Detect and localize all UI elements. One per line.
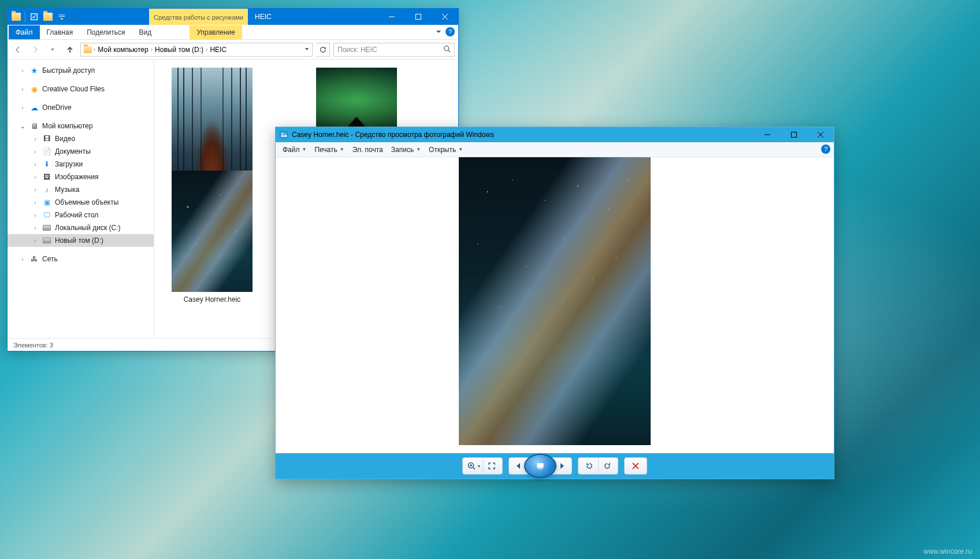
nav-onedrive[interactable]: ›☁OneDrive [8,101,154,114]
nav-network[interactable]: ›Сеть [8,253,154,265]
nav-disk-c[interactable]: ›Локальный диск (C:) [8,221,154,234]
chevron-down-icon: ▼ [477,464,481,468]
nav-group [508,457,572,475]
forward-button[interactable] [28,43,42,57]
nav-label: Новый том (D:) [55,236,103,245]
file-name: Casey Horner.heic [184,295,241,303]
tab-file[interactable]: Файл [9,25,40,39]
explorer-titlebar[interactable]: Средства работы с рисунками HEIC [8,9,458,25]
up-button[interactable] [63,43,77,57]
menu-open[interactable]: Открыть▼ [425,144,466,156]
chevron-right-icon[interactable]: › [94,46,95,53]
svg-point-6 [281,133,283,135]
svg-point-4 [444,46,449,50]
file-item[interactable]: Casey Horner.heic [166,171,258,303]
menu-burn[interactable]: Запись▼ [388,144,424,156]
search-icon[interactable] [443,45,451,54]
zoom-group: ▼ [462,457,503,475]
window-controls [378,9,458,25]
breadcrumb-segment[interactable]: HEIC [209,46,228,54]
breadcrumb-segment[interactable]: Новый том (D:) [154,46,205,54]
nav-disk-d[interactable]: ›Новый том (D:) [8,234,154,247]
help-icon[interactable]: ? [821,145,830,154]
menu-label: Файл [283,146,300,154]
nav-pictures[interactable]: ›Изображения [8,171,154,183]
nav-label: Загрузки [55,160,83,168]
svg-rect-5 [280,132,287,138]
address-bar[interactable]: › Мой компьютер › Новый том (D:) › HEIC [80,43,313,57]
svg-rect-7 [792,132,797,138]
tab-share[interactable]: Поделиться [80,25,132,39]
nav-3d-objects[interactable]: ›Объемные объекты [8,196,154,209]
viewer-titlebar[interactable]: Casey Horner.heic - Средство просмотра ф… [276,127,834,142]
menu-email[interactable]: Эл. почта [349,144,387,156]
nav-label: Сеть [42,255,58,263]
quick-access-toolbar [8,9,68,25]
zoom-button[interactable]: ▼ [465,458,482,474]
help-icon[interactable]: ? [446,27,455,36]
customize-qat-icon[interactable] [55,10,68,23]
nav-label: Creative Cloud Files [42,85,105,93]
app-icon [279,130,288,139]
nav-desktop[interactable]: ›Рабочий стол [8,209,154,221]
folder-icon [10,10,23,23]
new-folder-icon[interactable] [42,10,54,23]
delete-button[interactable] [627,458,644,474]
minimize-button[interactable] [378,9,405,25]
folder-icon [83,45,92,54]
nav-creative-cloud[interactable]: ›◉Creative Cloud Files [8,83,154,95]
nav-music[interactable]: ›Музыка [8,183,154,196]
refresh-button[interactable] [316,43,330,57]
viewer-menu-bar: Файл▼ Печать▼ Эл. почта Запись▼ Открыть▼… [276,142,834,157]
chevron-down-icon: ▼ [340,147,344,152]
window-title: HEIC [255,13,272,21]
menu-print[interactable]: Печать▼ [311,144,347,156]
rotate-ccw-button[interactable] [581,458,598,474]
minimize-button[interactable] [754,127,781,142]
chevron-down-icon: ▼ [458,147,463,152]
close-button[interactable] [807,127,834,142]
recent-dropdown-icon[interactable] [46,43,60,57]
image-canvas[interactable] [276,157,834,453]
chevron-right-icon[interactable]: › [151,46,153,53]
navigation-pane[interactable]: ›★Быстрый доступ ›◉Creative Cloud Files … [8,60,154,338]
nav-quick-access[interactable]: ›★Быстрый доступ [8,64,154,77]
back-button[interactable] [11,43,25,57]
svg-rect-3 [416,14,421,20]
tab-manage[interactable]: Управление [190,25,242,39]
svg-rect-2 [59,16,65,17]
menu-label: Печать [314,146,337,154]
tab-view[interactable]: Вид [132,25,158,39]
delete-group [624,457,647,475]
watermark: www.wincore.ru [923,547,972,556]
menu-file[interactable]: Файл▼ [279,144,310,156]
nav-videos[interactable]: ›Видео [8,132,154,145]
maximize-button[interactable] [405,9,432,25]
address-dropdown-icon[interactable] [304,46,310,53]
nav-label: Видео [55,135,75,143]
nav-documents[interactable]: ›Документы [8,145,154,158]
nav-label: Локальный диск (C:) [55,224,121,232]
window-controls [754,127,834,142]
properties-icon[interactable] [28,10,40,23]
slideshow-button[interactable] [524,454,556,478]
next-button[interactable] [554,458,571,474]
close-button[interactable] [432,9,458,25]
menu-label: Запись [391,146,414,154]
expand-ribbon-icon[interactable] [435,28,442,37]
maximize-button[interactable] [781,127,807,142]
search-box[interactable]: Поиск: HEIC [333,43,455,57]
nav-label: Мой компьютер [42,122,92,130]
nav-downloads[interactable]: ›Загрузки [8,158,154,171]
nav-this-pc[interactable]: ⌄🖥Мой компьютер [8,120,154,132]
breadcrumb-segment[interactable]: Мой компьютер [96,46,149,54]
nav-label: Изображения [55,173,98,181]
rotate-cw-button[interactable] [598,458,615,474]
chevron-right-icon[interactable]: › [206,46,207,53]
nav-label: Быстрый доступ [42,66,95,75]
fit-button[interactable] [482,458,500,474]
tab-home[interactable]: Главная [40,25,80,39]
viewer-title: Casey Horner.heic - Средство просмотра ф… [292,131,494,139]
nav-label: OneDrive [42,103,72,112]
rotate-group [578,457,618,475]
